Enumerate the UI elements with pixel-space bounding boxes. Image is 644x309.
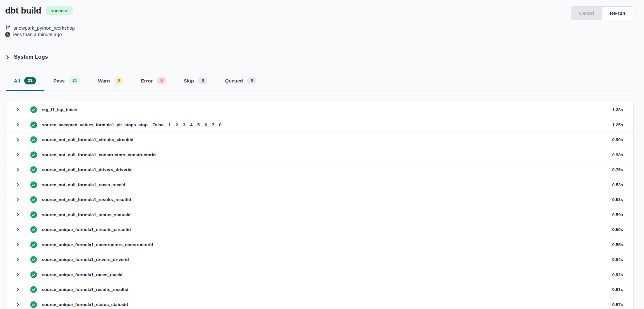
result-duration: 0.53s (612, 182, 623, 187)
result-name: source_unique_formula1_constructors_cons… (42, 242, 153, 247)
result-duration: 0.92s (612, 272, 623, 277)
expand-chevron-icon[interactable] (14, 301, 21, 308)
result-row[interactable]: source_unique_formula1_circuits_circuiti… (6, 222, 633, 237)
check-circle-icon (30, 271, 37, 278)
expand-chevron-icon[interactable] (14, 121, 21, 128)
check-circle-icon (30, 151, 37, 158)
tab-skip[interactable]: Skip 0 (176, 77, 215, 91)
cancel-button[interactable]: Cancel (571, 7, 602, 20)
result-row[interactable]: source_not_null_formula1_results_resulti… (6, 192, 633, 207)
run-detail-page: dbt build success Cancel Re-run snowpark… (0, 0, 644, 309)
expand-chevron-icon[interactable] (14, 106, 21, 113)
check-circle-icon (30, 121, 37, 128)
title-wrap: dbt build success (5, 6, 73, 16)
expand-chevron-icon[interactable] (14, 166, 21, 173)
status-badge: success (46, 6, 73, 15)
check-circle-icon (30, 106, 37, 113)
result-duration: 0.61s (612, 287, 623, 292)
result-duration: 1.28s (612, 107, 623, 112)
tab-label: Warn (98, 78, 110, 83)
result-duration: 0.90s (612, 137, 623, 142)
tab-count-badge: 0 (247, 77, 256, 84)
chevron-right-icon (5, 55, 10, 60)
tab-label: Error (141, 78, 153, 83)
tab-label: All (14, 78, 20, 83)
result-row[interactable]: source_unique_formula1_constructors_cons… (6, 237, 633, 252)
result-row[interactable]: source_not_null_formula1_races_raceid 0.… (6, 177, 633, 192)
result-duration: 0.55s (612, 242, 623, 247)
tab-count-badge: 21 (24, 77, 36, 84)
expand-chevron-icon[interactable] (14, 151, 21, 158)
expand-chevron-icon[interactable] (14, 211, 21, 218)
expand-chevron-icon[interactable] (14, 226, 21, 233)
result-name: source_not_null_formula1_drivers_driveri… (42, 167, 131, 172)
tab-warn[interactable]: Warn 0 (90, 77, 131, 91)
result-duration: 0.76s (612, 167, 623, 172)
result-row[interactable]: stg_f1_lap_times 1.28s (6, 102, 633, 117)
branch-name: snowpark_python_workshop (14, 25, 75, 31)
result-duration: 0.59s (612, 212, 623, 217)
tab-count-badge: 0 (157, 77, 166, 84)
system-logs-label: System Logs (14, 54, 48, 60)
tab-pass[interactable]: Pass 21 (46, 77, 89, 91)
result-duration: 0.53s (612, 197, 623, 202)
expand-chevron-icon[interactable] (14, 136, 21, 143)
result-name: source_not_null_formula1_races_raceid (42, 182, 125, 187)
check-circle-icon (30, 301, 37, 308)
result-row[interactable]: source_unique_formula1_drivers_driverid … (6, 252, 633, 267)
result-row[interactable]: source_not_null_formula1_circuits_circui… (6, 132, 633, 147)
header: dbt build success Cancel Re-run (5, 6, 633, 20)
expand-chevron-icon[interactable] (14, 256, 21, 263)
expand-chevron-icon[interactable] (14, 286, 21, 293)
result-name: stg_f1_lap_times (42, 107, 77, 112)
check-circle-icon (30, 181, 37, 188)
results-list: stg_f1_lap_times 1.28s source_accepted_v… (6, 102, 633, 309)
result-name: source_not_null_formula1_results_resulti… (42, 197, 131, 202)
check-circle-icon (30, 211, 37, 218)
branch-row: snowpark_python_workshop (5, 25, 633, 31)
expand-chevron-icon[interactable] (14, 181, 21, 188)
time-ago: less than a minute ago (13, 32, 62, 37)
run-meta: snowpark_python_workshop less than a min… (5, 25, 633, 37)
rerun-button[interactable]: Re-run (602, 7, 633, 20)
expand-chevron-icon[interactable] (14, 196, 21, 203)
result-row[interactable]: source_unique_formula1_status_statusid 0… (6, 297, 633, 309)
tab-error[interactable]: Error 0 (133, 77, 174, 91)
git-branch-icon (5, 25, 11, 31)
check-circle-icon (30, 286, 37, 293)
clock-icon (5, 32, 10, 37)
check-circle-icon (30, 196, 37, 203)
tab-count-badge: 0 (198, 77, 207, 84)
result-duration: 0.84s (612, 257, 623, 262)
result-name: source_unique_formula1_circuits_circuiti… (42, 227, 131, 232)
system-logs-toggle[interactable]: System Logs (5, 54, 48, 60)
result-duration: 0.57s (612, 302, 623, 307)
result-row[interactable]: source_accepted_values_formula1_pit_stop… (6, 117, 633, 132)
result-name: source_unique_formula1_drivers_driverid (42, 257, 129, 262)
check-circle-icon (30, 166, 37, 173)
expand-chevron-icon[interactable] (14, 271, 21, 278)
check-circle-icon (30, 256, 37, 263)
tab-queued[interactable]: Queued 0 (217, 77, 264, 91)
tab-label: Pass (53, 78, 65, 83)
result-name: source_unique_formula1_races_raceid (42, 272, 123, 277)
result-duration: 1.25s (612, 122, 623, 127)
time-row: less than a minute ago (5, 32, 633, 37)
tab-label: Skip (184, 78, 194, 83)
result-name: source_unique_formula1_status_statusid (42, 302, 128, 307)
page-title: dbt build (5, 6, 41, 16)
expand-chevron-icon[interactable] (14, 241, 21, 248)
result-name: source_accepted_values_formula1_pit_stop… (42, 122, 222, 127)
tab-label: Queued (225, 78, 243, 83)
result-row[interactable]: source_unique_formula1_results_resultid … (6, 282, 633, 297)
result-row[interactable]: source_not_null_formula1_drivers_driveri… (6, 162, 633, 177)
result-duration: 0.98s (612, 152, 623, 157)
tab-all[interactable]: All 21 (6, 77, 44, 91)
result-row[interactable]: source_unique_formula1_races_raceid 0.92… (6, 267, 633, 282)
status-tabs: All 21 Pass 21 Warn 0 Error 0 Skip 0 Que… (6, 77, 633, 91)
check-circle-icon (30, 241, 37, 248)
result-row[interactable]: source_not_null_formula1_status_statusid… (6, 207, 633, 222)
result-row[interactable]: source_not_null_formula1_constructors_co… (6, 147, 633, 162)
tab-count-badge: 21 (69, 77, 81, 84)
result-duration: 0.50s (612, 227, 623, 232)
